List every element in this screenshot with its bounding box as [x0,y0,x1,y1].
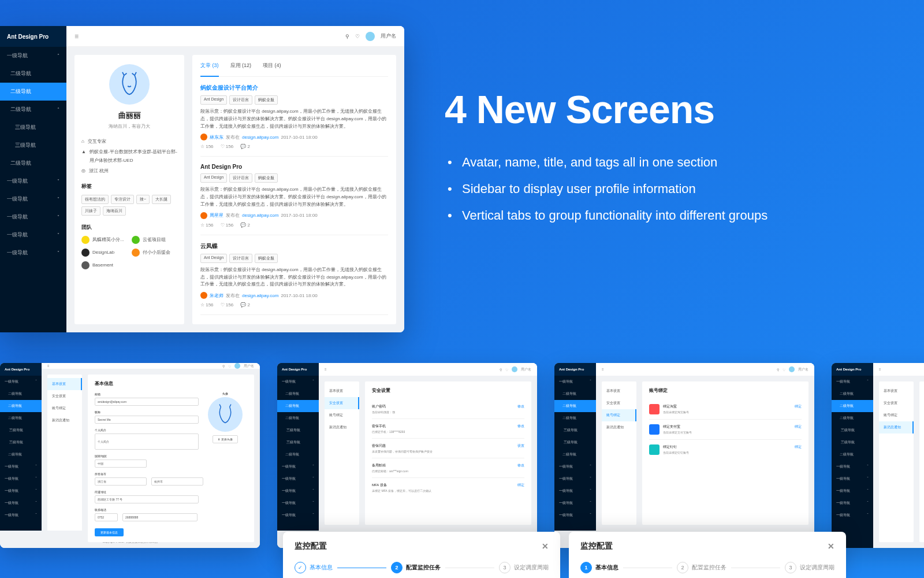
search-icon[interactable]: ⚲ [500,368,502,372]
tag[interactable]: 很有想法的 [81,195,109,204]
tag[interactable]: 大长腿 [152,195,171,204]
like-count[interactable]: ♡ 156 [221,302,234,307]
vertical-tab[interactable]: 安全设置 [47,390,82,402]
sidebar-nav-item[interactable]: 一级导航˅ [554,461,596,473]
article-title[interactable]: Ant Design Pro [200,164,388,170]
comment-count[interactable]: 💬 2 [240,302,250,307]
sidebar-nav-item[interactable]: 二级导航 [554,388,596,400]
sidebar-nav-item[interactable]: 一级导航˅ [277,473,319,485]
sidebar-nav-item[interactable]: 一级导航˅ [0,172,66,190]
menu-icon[interactable]: ≡ [879,368,881,371]
sidebar-nav-item[interactable]: 二级导航 [0,154,66,172]
star-count[interactable]: ☆ 156 [200,144,214,149]
tag[interactable]: 辣~ [136,195,150,204]
sidebar-nav-item[interactable]: 二级导航 [832,412,873,424]
avatar[interactable] [512,366,517,372]
vertical-tab[interactable]: 新消息通知 [602,421,636,433]
tag[interactable]: 蚂蚁金服 [255,173,278,183]
row-action[interactable]: 修改 [517,404,524,409]
row-action[interactable]: 修改 [517,463,524,468]
tag[interactable]: 蚂蚁金服 [255,95,278,105]
feed-tab[interactable]: 应用 (12) [230,55,252,76]
like-count[interactable]: ♡ 156 [221,144,234,149]
sidebar-nav-item[interactable]: 二级导航 [277,449,319,461]
sidebar-nav-item[interactable]: 一级导航˅ [554,509,596,521]
sidebar-nav-item[interactable]: 二级导航 [277,388,319,400]
vertical-tab[interactable]: 账号绑定 [325,409,359,421]
vertical-tab[interactable]: 安全设置 [602,397,636,409]
sidebar-nav-item[interactable]: 一级导航˅ [832,497,873,509]
tag[interactable]: 海纳百川 [103,206,126,216]
app-logo[interactable]: Ant Design Pro [554,363,596,376]
vertical-tab[interactable]: 基本设置 [602,385,636,397]
step[interactable]: 3设定调度周期 [499,562,549,573]
tag[interactable]: 设计语言 [229,95,252,105]
comment-count[interactable]: 💬 2 [240,223,250,228]
sidebar-nav-item[interactable]: 二级导航 [277,412,319,424]
change-avatar-button[interactable]: ⬆ 更换头像 [213,435,237,443]
sidebar-nav-item[interactable]: 一级导航˅ [0,485,42,497]
vertical-tab[interactable]: 安全设置 [879,397,914,409]
search-icon[interactable]: ⚲ [222,364,225,368]
sidebar-nav-item[interactable]: 一级导航˅ [0,208,66,226]
row-action[interactable]: 修改 [517,424,524,429]
sidebar-nav-item[interactable]: 一级导航˅ [277,509,319,521]
avatar[interactable] [366,32,375,41]
step[interactable]: 3设定调度周期 [785,562,834,573]
avatar[interactable] [789,366,795,372]
vertical-tab[interactable]: 账号绑定 [602,409,636,421]
author-link[interactable]: 林东东 [210,134,223,140]
country-select[interactable]: 中国 [95,460,147,468]
username[interactable]: 用户名 [381,32,396,40]
author-link[interactable]: 周星星 [210,212,223,218]
step[interactable]: 1基本信息 [580,562,619,573]
feed-tab[interactable]: 文章 (3) [200,55,219,76]
phone-area-field[interactable]: 0752 [95,513,118,521]
sidebar-nav-item[interactable]: 一级导航˅ [554,497,596,509]
sidebar-nav-item[interactable]: 二级导航˄ [0,101,66,118]
sidebar-nav-item[interactable]: 一级导航˅ [277,376,319,388]
sidebar-nav-item[interactable]: 三级导航 [0,424,42,436]
row-action[interactable]: 绑定 [795,444,802,450]
tag[interactable]: 设计语言 [229,173,252,183]
sidebar-nav-item[interactable]: 三级导航 [554,436,596,449]
tag[interactable]: 专注设计 [111,195,134,204]
tag[interactable]: 蚂蚁金服 [255,254,278,263]
sidebar-nav-item[interactable]: 一级导航˅ [277,497,319,509]
sidebar-nav-item[interactable]: 三级导航 [832,424,873,436]
sidebar-nav-item[interactable]: 一级导航˅ [277,485,319,497]
nickname-field[interactable]: Secret Me [95,416,199,424]
sidebar-nav-item[interactable]: 三级导航 [277,436,319,449]
row-action[interactable]: 绑定 [795,404,802,409]
vertical-tab[interactable]: 新消息通知 [879,421,914,433]
tag[interactable]: 川妹子 [81,206,100,216]
close-icon[interactable]: ✕ [542,542,549,551]
vertical-tab[interactable]: 安全设置 [325,397,359,409]
sidebar-nav-item[interactable]: 一级导航˅ [0,226,66,244]
close-icon[interactable]: ✕ [828,542,834,551]
article-title[interactable]: 蚂蚁金服设计平台简介 [200,84,388,92]
app-logo[interactable]: Ant Design Pro [0,26,66,47]
sidebar-nav-item[interactable]: 一级导航˅ [832,485,873,497]
sidebar-nav-item[interactable]: 二级导航 [554,412,596,424]
star-count[interactable]: ☆ 156 [200,223,214,228]
sidebar-nav-item[interactable]: 一级导航˅ [0,497,42,509]
sidebar-nav-item[interactable]: 二级导航 [0,400,42,412]
team-item[interactable]: DesignLab [81,249,127,257]
vertical-tab[interactable]: 基本设置 [879,385,914,397]
sidebar-nav-item[interactable]: 一级导航˅ [554,485,596,497]
sidebar-nav-item[interactable]: 一级导航˅ [554,376,596,388]
app-logo[interactable]: Ant Design Pro [277,363,319,376]
sidebar-nav-item[interactable]: 二级导航 [832,388,873,400]
tag[interactable]: 设计语言 [229,254,252,263]
sidebar-nav-item[interactable]: 三级导航 [0,136,66,154]
article-title[interactable]: 云凤蝶 [200,242,388,250]
source-link[interactable]: design.alipay.com [242,213,278,218]
sidebar-nav-item[interactable]: 一级导航˅ [0,376,42,388]
sidebar-nav-item[interactable]: 二级导航 [832,400,873,412]
vertical-tab[interactable]: 账号绑定 [47,402,82,414]
sidebar-nav-item[interactable]: 一级导航˅ [0,244,66,262]
vertical-tab[interactable]: 基本设置 [325,385,359,397]
sidebar-nav-item[interactable]: 二级导航 [832,449,873,461]
tag[interactable]: Ant Design [200,173,227,183]
